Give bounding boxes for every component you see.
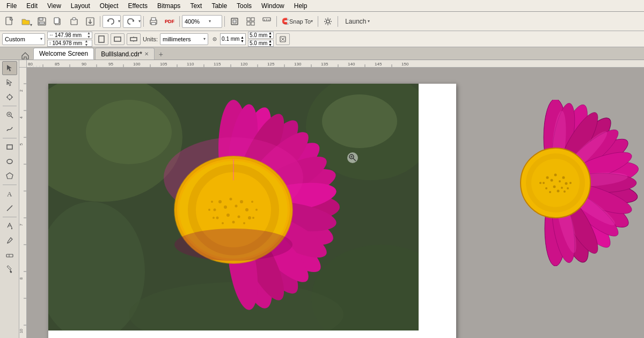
launch-button[interactable]: Launch ▾ — [340, 14, 374, 28]
height-value: 104.978 mm — [53, 40, 85, 46]
svg-point-146 — [232, 221, 235, 224]
menu-layout[interactable]: Layout — [67, 1, 94, 11]
svg-point-150 — [211, 201, 213, 203]
print-button[interactable] — [146, 14, 161, 28]
landscape-button[interactable] — [111, 33, 125, 45]
node-tool[interactable] — [2, 76, 17, 90]
zoom-input[interactable]: 400% — [185, 18, 209, 25]
zoom-cursor — [347, 152, 358, 163]
snap-label: Snap To — [289, 18, 311, 25]
tab-bullisland[interactable]: BullIsland.cdr* ✕ — [95, 48, 155, 60]
home-button[interactable] — [19, 52, 31, 60]
tabbar: Welcome Screen BullIsland.cdr* ✕ + — [0, 47, 644, 60]
svg-text:7: 7 — [19, 224, 23, 226]
svg-rect-26 — [114, 37, 121, 41]
tab-bullisland-close[interactable]: ✕ — [144, 51, 149, 57]
menu-text[interactable]: Text — [186, 1, 206, 11]
eyedropper-tool[interactable] — [2, 233, 17, 247]
text-tool[interactable]: A — [2, 187, 17, 201]
rect-tool[interactable] — [2, 140, 17, 154]
svg-text:A: A — [7, 190, 12, 197]
svg-text:8: 8 — [19, 277, 23, 280]
svg-point-187 — [531, 159, 580, 207]
menu-help[interactable]: Help — [290, 1, 312, 11]
svg-text:10: 10 — [19, 329, 23, 333]
fill-tool[interactable] — [2, 219, 17, 233]
svg-point-136 — [240, 200, 243, 203]
transform-tool[interactable] — [2, 90, 17, 104]
svg-point-143 — [238, 216, 240, 218]
snap-button[interactable]: 🧲 Snap To ▾ — [279, 14, 316, 28]
export2-button[interactable]: PDF — [162, 14, 177, 28]
add-tab-button[interactable]: + — [156, 49, 166, 60]
menu-effects[interactable]: Effects — [124, 1, 152, 11]
freehand-tool[interactable] — [2, 122, 17, 136]
line-tool[interactable] — [2, 201, 17, 215]
svg-point-149 — [255, 209, 258, 211]
svg-line-40 — [11, 116, 13, 118]
svg-text:90: 90 — [82, 62, 86, 67]
tool-sep2 — [3, 138, 17, 138]
svg-rect-16 — [247, 18, 250, 21]
svg-point-141 — [216, 217, 219, 219]
svg-text:115: 115 — [214, 62, 221, 67]
tab-welcome-label: Welcome Screen — [39, 50, 88, 57]
svg-point-156 — [174, 229, 292, 261]
menu-view[interactable]: View — [43, 1, 65, 11]
menu-bitmaps[interactable]: Bitmaps — [153, 1, 185, 11]
save-button[interactable] — [34, 14, 49, 28]
view-grid-button[interactable] — [243, 14, 258, 28]
svg-point-137 — [214, 209, 216, 211]
canvas-scroll[interactable] — [27, 68, 644, 338]
sep5 — [276, 16, 277, 27]
view-fit-button[interactable] — [227, 14, 242, 28]
canvas-background — [27, 68, 644, 338]
menu-file[interactable]: File — [2, 1, 21, 11]
toolbox: A — [0, 60, 19, 338]
resize-button[interactable] — [276, 33, 290, 45]
ellipse-tool[interactable] — [2, 155, 17, 168]
redo-button[interactable] — [123, 14, 138, 28]
menu-tools[interactable]: Tools — [232, 1, 256, 11]
eraser-tool[interactable] — [2, 248, 17, 262]
open-button[interactable]: ▾ — [18, 14, 33, 28]
copy-button[interactable] — [50, 14, 65, 28]
undo-button[interactable] — [103, 14, 118, 28]
svg-point-202 — [539, 182, 541, 184]
launch-label: Launch — [345, 18, 366, 25]
sep1 — [100, 16, 100, 27]
tool-sep4 — [3, 217, 17, 217]
tool-sep1 — [3, 106, 17, 106]
menu-object[interactable]: Object — [96, 1, 123, 11]
settings-button[interactable] — [320, 14, 335, 28]
polygon-tool[interactable] — [2, 169, 17, 183]
toolbar1: ▾ ▾ ▾ PDF 400% ▾ — [0, 12, 644, 31]
svg-text:95: 95 — [108, 62, 113, 67]
svg-rect-19 — [251, 22, 254, 25]
svg-rect-4 — [39, 22, 45, 24]
select-tool[interactable] — [2, 61, 17, 75]
svg-line-47 — [7, 205, 12, 211]
svg-point-200 — [557, 190, 560, 193]
svg-point-31 — [214, 39, 215, 40]
preset-label: Custom — [5, 36, 40, 42]
main-area: A 80 85 9 — [0, 60, 644, 338]
new-button[interactable] — [2, 14, 17, 28]
export-button[interactable] — [83, 14, 98, 28]
portrait-button[interactable] — [94, 33, 108, 45]
sep3 — [179, 16, 180, 27]
rect-shape-button[interactable] — [127, 33, 141, 45]
menu-edit[interactable]: Edit — [22, 1, 42, 11]
view-rulers-button[interactable] — [259, 14, 274, 28]
menu-window[interactable]: Window — [257, 1, 289, 11]
svg-line-158 — [353, 158, 356, 161]
zoom-tool[interactable] — [2, 108, 17, 122]
tab-welcome[interactable]: Welcome Screen — [33, 48, 94, 60]
svg-text:140: 140 — [348, 62, 355, 67]
paintbucket-tool[interactable] — [2, 262, 17, 276]
paste-button[interactable] — [67, 14, 82, 28]
svg-rect-18 — [247, 22, 250, 25]
menu-table[interactable]: Table — [207, 1, 231, 11]
svg-point-197 — [561, 187, 563, 189]
svg-rect-27 — [130, 38, 137, 41]
